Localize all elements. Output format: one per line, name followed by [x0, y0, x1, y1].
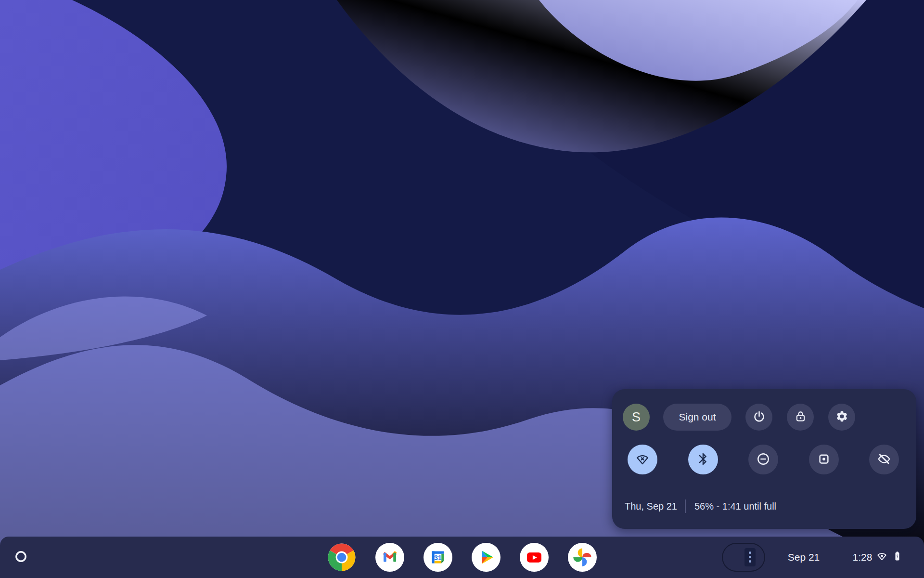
clock-label: 1:28 — [853, 552, 873, 563]
shelf: 31 — [0, 537, 924, 578]
system-tray-button[interactable]: 1:28 — [836, 544, 919, 570]
lock-button[interactable] — [787, 404, 814, 431]
wifi-not-connected-icon — [635, 452, 650, 468]
minus-circle-icon — [756, 452, 770, 468]
screen-capture-button[interactable] — [809, 445, 839, 474]
lock-icon — [794, 410, 807, 424]
do-not-disturb-toggle[interactable] — [748, 445, 778, 474]
screen-capture-icon — [817, 452, 831, 468]
desktop: S Sign out — [0, 0, 924, 578]
wifi-toggle[interactable] — [628, 445, 657, 474]
account-avatar[interactable]: S — [623, 404, 650, 431]
bluetooth-icon — [696, 452, 710, 468]
battery-charging-icon — [892, 551, 903, 564]
battery-status: 56% - 1:41 until full — [694, 501, 776, 512]
bluetooth-toggle[interactable] — [688, 445, 718, 474]
mini-panel-thumbnail — [744, 548, 756, 566]
power-button[interactable] — [745, 404, 772, 431]
visibility-toggle[interactable] — [869, 445, 899, 474]
settings-button[interactable] — [828, 404, 855, 431]
info-separator — [685, 499, 686, 513]
panel-date: Thu, Sep 21 — [625, 501, 677, 512]
avatar-initial: S — [632, 410, 641, 425]
wifi-status-icon — [876, 551, 887, 564]
eye-off-icon — [877, 452, 891, 468]
shelf-date-button[interactable]: Sep 21 — [774, 544, 834, 570]
power-icon — [753, 410, 766, 424]
quick-settings-panel: S Sign out — [612, 389, 916, 529]
gear-icon — [835, 410, 848, 424]
panel-info-row: Thu, Sep 21 56% - 1:41 until full — [625, 499, 776, 513]
sign-out-button[interactable]: Sign out — [663, 404, 732, 431]
screen-preview-button[interactable] — [722, 543, 765, 572]
status-area: Sep 21 1:28 — [0, 537, 924, 578]
